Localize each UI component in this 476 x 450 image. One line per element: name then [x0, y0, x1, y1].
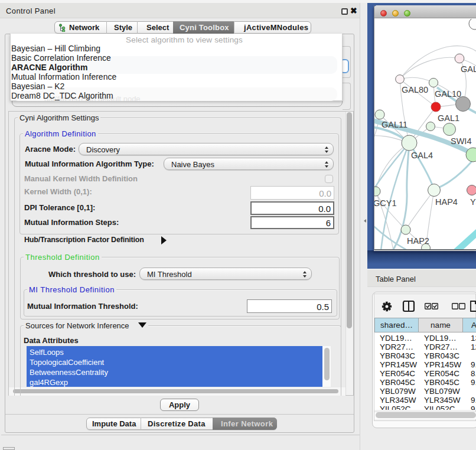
svg-text:SWI4: SWI4 — [451, 136, 471, 146]
svg-text:HAP4: HAP4 — [435, 197, 458, 207]
svg-text:GAL11: GAL11 — [382, 120, 407, 129]
svg-text:GCY1: GCY1 — [374, 198, 397, 208]
svg-text:GAL7: GAL7 — [461, 64, 476, 74]
svg-text:HAP2: HAP2 — [407, 236, 429, 246]
svg-text:GAL4: GAL4 — [411, 151, 433, 160]
svg-text:GAL10: GAL10 — [435, 89, 461, 99]
svg-text:YJ: YJ — [470, 197, 476, 207]
svg-text:GAL1: GAL1 — [438, 113, 459, 123]
svg-text:GAL80: GAL80 — [402, 85, 428, 94]
